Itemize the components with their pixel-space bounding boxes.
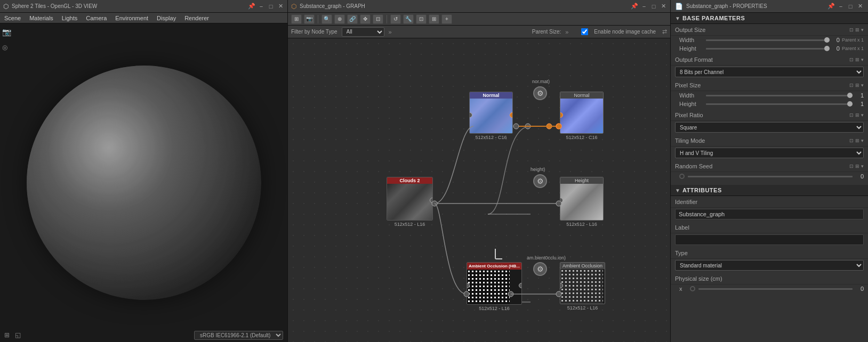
menu-lights[interactable]: Lights [61, 15, 78, 21]
physical-size-slider[interactable] [698, 288, 853, 290]
identifier-input[interactable] [675, 209, 864, 219]
tool-search[interactable]: 🔍 [322, 14, 332, 24]
node-normal1-size: 512x512 - C16 [475, 135, 507, 140]
output-format-chevron[interactable]: ▾ [861, 57, 864, 62]
enable-cache-checkbox[interactable] [581, 28, 588, 35]
output-size-icon2[interactable]: ⊞ [855, 27, 859, 32]
tool-frame[interactable]: ⊡ [373, 14, 383, 24]
graph-panel-header: ⬡ Substance_graph - GRAPH 📌 − □ ✕ [288, 0, 670, 13]
pixel-height-thumb[interactable] [847, 101, 853, 107]
output-width-thumb[interactable] [824, 37, 830, 43]
tool-nav[interactable]: ✥ [360, 14, 371, 24]
pixel-ratio-icon2[interactable]: ⊞ [855, 112, 859, 118]
output-size-label: Output Size [675, 27, 728, 33]
output-format-select[interactable]: 8 Bits per Channel [675, 67, 864, 77]
pin-icon[interactable]: 📌 [248, 3, 255, 10]
ambient-label-above: am.bient0cclu.ion) [527, 255, 566, 260]
menu-camera[interactable]: Camera [85, 15, 108, 21]
label-input[interactable] [675, 234, 864, 245]
camera-icon[interactable]: 📷 [2, 28, 11, 36]
node-ambient-in-connector-right[interactable] [519, 283, 522, 288]
menu-materials[interactable]: Materials [28, 15, 54, 21]
pixel-width-slider[interactable] [706, 95, 853, 96]
node-clouds2-connector-right[interactable] [430, 198, 433, 203]
attributes-toggle: ▼ [675, 188, 680, 193]
attributes-section-header[interactable]: ▼ ATTRIBUTES [671, 185, 868, 196]
filter-expand[interactable]: » [389, 29, 392, 35]
maximize-icon[interactable]: □ [267, 3, 275, 10]
layers-icon[interactable]: ⊞ [4, 331, 13, 340]
tool-select[interactable]: ⊞ [291, 14, 302, 24]
tiling-mode-icon1[interactable]: ⊡ [849, 138, 854, 143]
pixel-size-icon1[interactable]: ⊡ [849, 83, 854, 88]
output-width-slider[interactable] [706, 39, 830, 41]
menu-environment[interactable]: Environment [114, 15, 149, 21]
pixel-ratio-icon1[interactable]: ⊡ [849, 112, 854, 118]
menu-display[interactable]: Display [156, 15, 177, 21]
type-label: Type [675, 250, 728, 256]
output-height-slider[interactable] [706, 48, 830, 50]
gear-node-ambient[interactable]: ⚙ [533, 262, 547, 276]
cache-icon[interactable]: ⇄ [662, 28, 667, 35]
gear-node-normal[interactable]: ⚙ [533, 86, 547, 100]
graph-minimize-icon[interactable]: − [640, 3, 648, 10]
random-seed-circle[interactable] [679, 174, 685, 179]
output-format-icon1[interactable]: ⊡ [849, 57, 854, 62]
tiling-mode-label: Tiling Mode [675, 137, 728, 144]
filter-select[interactable]: All [342, 27, 384, 37]
random-seed-slider[interactable] [688, 176, 853, 177]
physical-size-circle[interactable] [690, 286, 695, 291]
tool-grid[interactable]: ⊞ [429, 14, 439, 24]
tool-move[interactable]: ⊕ [334, 14, 345, 24]
random-seed-icon2[interactable]: ⊞ [855, 164, 859, 169]
graph-header-icons: 📌 − □ ✕ [631, 3, 667, 10]
gear-node-height[interactable]: ⚙ [533, 174, 547, 188]
output-format-icon2[interactable]: ⊞ [855, 57, 859, 62]
base-params-section-header[interactable]: ▼ BASE PARAMETERS [671, 13, 868, 24]
graph-maximize-icon[interactable]: □ [650, 3, 657, 10]
props-minimize-icon[interactable]: − [837, 3, 845, 10]
pixel-width-thumb[interactable] [847, 93, 853, 98]
tool-link[interactable]: 🔗 [347, 14, 358, 24]
props-maximize-icon[interactable]: □ [847, 3, 854, 10]
type-select[interactable]: Standard material [675, 260, 864, 271]
node-normal1-connector-right[interactable] [510, 112, 513, 118]
node-ambient-in-thumbnail [467, 270, 510, 304]
props-pin-icon[interactable]: 📌 [827, 3, 835, 10]
props-close-icon[interactable]: ✕ [856, 3, 864, 10]
3d-viewport: 📷 ◎ ⊞ ◱ sRGB IEC61966-2.1 (Default) [0, 23, 287, 342]
menu-renderer[interactable]: Renderer [183, 15, 210, 21]
tool-wrench[interactable]: 🔧 [403, 14, 414, 24]
close-icon[interactable]: ✕ [277, 3, 284, 10]
tiling-mode-chevron[interactable]: ▾ [861, 138, 864, 143]
tool-eye[interactable]: ⊡ [416, 14, 427, 24]
tiling-mode-select[interactable]: H and V Tiling [675, 148, 864, 158]
output-size-chevron[interactable]: ▾ [861, 27, 864, 32]
graph-close-icon[interactable]: ✕ [660, 3, 667, 10]
graph-pin-icon[interactable]: 📌 [631, 3, 638, 10]
tiling-mode-icon2[interactable]: ⊞ [855, 138, 859, 143]
output-size-icon1[interactable]: ⊡ [849, 27, 854, 32]
random-seed-chevron[interactable]: ▾ [861, 164, 864, 169]
graph-canvas[interactable]: ⚙ nor.mat) Normal 512x512 - C16 [288, 38, 670, 342]
parent-size-expand[interactable]: » [565, 29, 568, 35]
menu-scene[interactable]: Scene [3, 15, 22, 21]
pixel-ratio-select[interactable]: Square [675, 122, 864, 133]
tool-rotate[interactable]: ↺ [390, 14, 401, 24]
output-height-thumb[interactable] [824, 46, 830, 51]
minimize-icon[interactable]: − [258, 3, 265, 10]
pixel-size-chevron[interactable]: ▾ [861, 83, 864, 88]
pixel-size-icon2[interactable]: ⊞ [855, 83, 859, 88]
tool-camera[interactable]: 📷 [304, 14, 315, 24]
tiling-mode-icons: ⊡ ⊞ ▾ [849, 138, 864, 143]
pixel-ratio-select-row: Square [671, 121, 868, 135]
viewport-icon2[interactable]: ◱ [15, 331, 23, 340]
random-seed-icon1[interactable]: ⊡ [849, 164, 854, 169]
tool-plus[interactable]: + [441, 14, 452, 24]
props-header-icons: 📌 − □ ✕ [827, 3, 864, 10]
3d-panel-header: ⬡ Sphere 2 Tiles - OpenGL - 3D VIEW 📌 − … [0, 0, 287, 13]
pixel-height-slider[interactable] [706, 103, 853, 105]
color-profile-select[interactable]: sRGB IEC61966-2.1 (Default) [194, 331, 283, 340]
eye-icon[interactable]: ◎ [2, 44, 11, 51]
pixel-ratio-chevron[interactable]: ▾ [861, 112, 864, 118]
